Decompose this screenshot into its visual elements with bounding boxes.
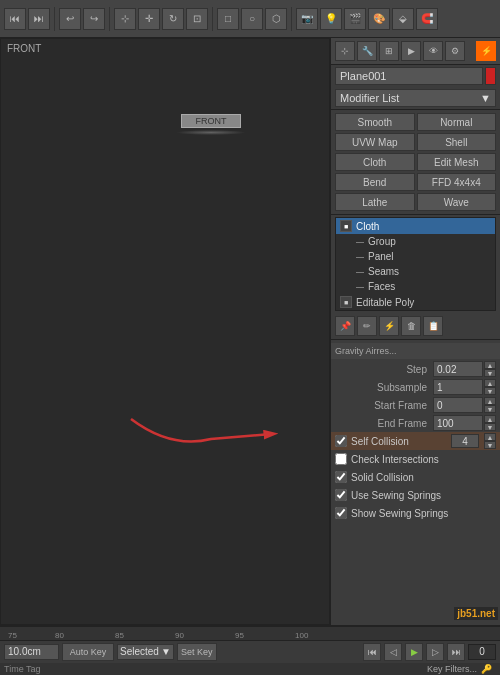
panel-icon-display2[interactable]: 👁 bbox=[423, 41, 443, 61]
set-key-button[interactable]: Set Key bbox=[177, 643, 217, 661]
auto-key-button[interactable]: Auto Key bbox=[62, 643, 114, 661]
toolbar-icon-box[interactable]: □ bbox=[217, 8, 239, 30]
prop-subsample-up[interactable]: ▲ bbox=[484, 379, 496, 387]
use-sewing-label: Use Sewing Springs bbox=[351, 490, 441, 501]
stack-bullet-seams: — bbox=[356, 267, 364, 276]
stack-item-editable-poly[interactable]: ■ Editable Poly bbox=[336, 294, 495, 310]
use-sewing-checkbox[interactable] bbox=[335, 489, 347, 501]
prop-startframe-input[interactable] bbox=[433, 397, 483, 413]
stack-icon-edit[interactable]: ✏ bbox=[357, 316, 377, 336]
top-toolbar: ⏮ ⏭ ↩ ↪ ⊹ ✛ ↻ ⊡ □ ○ ⬡ 📷 💡 🎬 🎨 ⬙ 🧲 bbox=[0, 0, 500, 38]
mod-btn-editmesh[interactable]: Edit Mesh bbox=[417, 153, 497, 171]
self-collision-checkbox[interactable] bbox=[335, 435, 347, 447]
ruler-tick-75: 75 bbox=[8, 631, 17, 640]
selected-chevron: ▼ bbox=[161, 646, 171, 657]
stack-item-panel[interactable]: — Panel bbox=[336, 249, 495, 264]
modifier-list-label: Modifier List bbox=[340, 92, 399, 104]
prop-endframe-down[interactable]: ▼ bbox=[484, 423, 496, 431]
timeline-ruler[interactable]: 75 80 85 90 95 100 bbox=[0, 627, 500, 641]
panel-icon-display[interactable]: ⊹ bbox=[335, 41, 355, 61]
show-sewing-checkbox[interactable] bbox=[335, 507, 347, 519]
toolbar-icon-select[interactable]: ⊹ bbox=[114, 8, 136, 30]
toolbar-icon-camera[interactable]: 📷 bbox=[296, 8, 318, 30]
mod-btn-ffd[interactable]: FFD 4x4x4 bbox=[417, 173, 497, 191]
toolbar-icon-render[interactable]: 🎬 bbox=[344, 8, 366, 30]
mod-btn-uvwmap[interactable]: UVW Map bbox=[335, 133, 415, 151]
stack-group-label: Group bbox=[368, 236, 396, 247]
toolbar-icon-move[interactable]: ✛ bbox=[138, 8, 160, 30]
object-name-row bbox=[331, 65, 500, 87]
time-field[interactable] bbox=[4, 644, 59, 660]
self-collision-spinner: ▲ ▼ bbox=[484, 433, 496, 449]
prop-step-input[interactable] bbox=[433, 361, 483, 377]
stack-item-group[interactable]: — Group bbox=[336, 234, 495, 249]
panel-icon-active[interactable]: ⚡ bbox=[476, 41, 496, 61]
check-intersections-label: Check Intersections bbox=[351, 454, 439, 465]
prop-startframe-spinner: ▲ ▼ bbox=[484, 397, 496, 413]
prop-endframe-input[interactable] bbox=[433, 415, 483, 431]
toolbar-icon-prev[interactable]: ⏮ bbox=[4, 8, 26, 30]
time-tag-label: Time Tag bbox=[4, 664, 41, 674]
self-collision-down[interactable]: ▼ bbox=[484, 441, 496, 449]
toolbar-icon-wire[interactable]: ⬙ bbox=[392, 8, 414, 30]
stack-item-seams[interactable]: — Seams bbox=[336, 264, 495, 279]
stack-icon-delete[interactable]: ⚡ bbox=[379, 316, 399, 336]
panel-icon-utilities[interactable]: ⚙ bbox=[445, 41, 465, 61]
toolbar-icon-sphere[interactable]: ○ bbox=[241, 8, 263, 30]
panel-icon-modify[interactable]: 🔧 bbox=[357, 41, 377, 61]
ruler-tick-90: 90 bbox=[175, 631, 184, 640]
stack-item-cloth[interactable]: ■ Cloth bbox=[336, 218, 495, 234]
mod-btn-lathe[interactable]: Lathe bbox=[335, 193, 415, 211]
toolbar-icon-cylinder[interactable]: ⬡ bbox=[265, 8, 287, 30]
toolbar-icon-redo[interactable]: ↪ bbox=[83, 8, 105, 30]
object-color-box[interactable] bbox=[485, 67, 496, 85]
prop-startframe-up[interactable]: ▲ bbox=[484, 397, 496, 405]
mod-btn-smooth[interactable]: Smooth bbox=[335, 113, 415, 131]
toolbar-icon-rotate[interactable]: ↻ bbox=[162, 8, 184, 30]
toolbar-icon-material[interactable]: 🎨 bbox=[368, 8, 390, 30]
panel-icon-motion[interactable]: ▶ bbox=[401, 41, 421, 61]
mod-btn-wave[interactable]: Wave bbox=[417, 193, 497, 211]
toolbar-sep-3 bbox=[212, 7, 213, 31]
prop-step-up[interactable]: ▲ bbox=[484, 361, 496, 369]
stack-cloth-label: Cloth bbox=[356, 221, 379, 232]
play-end-button[interactable]: ⏭ bbox=[447, 643, 465, 661]
stack-bullet-group: — bbox=[356, 237, 364, 246]
self-collision-value-input[interactable] bbox=[451, 434, 479, 448]
stack-icon-instance[interactable]: 📋 bbox=[423, 316, 443, 336]
self-collision-label: Self Collision bbox=[351, 436, 409, 447]
next-frame-button[interactable]: ▷ bbox=[426, 643, 444, 661]
solid-collision-checkbox[interactable] bbox=[335, 471, 347, 483]
object-name-input[interactable] bbox=[335, 67, 483, 85]
stack-icon-pin[interactable]: 📌 bbox=[335, 316, 355, 336]
play-button[interactable]: ▶ bbox=[405, 643, 423, 661]
prop-subsample-down[interactable]: ▼ bbox=[484, 387, 496, 395]
play-start-button[interactable]: ⏮ bbox=[363, 643, 381, 661]
stack-item-faces[interactable]: — Faces bbox=[336, 279, 495, 294]
self-collision-up[interactable]: ▲ bbox=[484, 433, 496, 441]
prev-frame-button[interactable]: ◁ bbox=[384, 643, 402, 661]
mod-btn-bend[interactable]: Bend bbox=[335, 173, 415, 191]
frame-number-input[interactable] bbox=[468, 644, 496, 660]
toolbar-icon-undo[interactable]: ↩ bbox=[59, 8, 81, 30]
mod-btn-normal[interactable]: Normal bbox=[417, 113, 497, 131]
mod-btn-cloth[interactable]: Cloth bbox=[335, 153, 415, 171]
panel-icon-hierarchy[interactable]: ⊞ bbox=[379, 41, 399, 61]
stack-icon-copy[interactable]: 🗑 bbox=[401, 316, 421, 336]
toolbar-icon-light[interactable]: 💡 bbox=[320, 8, 342, 30]
toolbar-icon-scale[interactable]: ⊡ bbox=[186, 8, 208, 30]
mod-btn-shell[interactable]: Shell bbox=[417, 133, 497, 151]
ruler-tick-85: 85 bbox=[115, 631, 124, 640]
prop-startframe-down[interactable]: ▼ bbox=[484, 405, 496, 413]
prop-step-down[interactable]: ▼ bbox=[484, 369, 496, 377]
toolbar-icon-next[interactable]: ⏭ bbox=[28, 8, 50, 30]
selected-dropdown[interactable]: Selected ▼ bbox=[117, 644, 174, 660]
prop-endframe-up[interactable]: ▲ bbox=[484, 415, 496, 423]
modifier-list-dropdown[interactable]: Modifier List ▼ bbox=[335, 89, 496, 107]
key-filters-button[interactable]: Key Filters... bbox=[427, 664, 477, 674]
selected-label: Selected bbox=[120, 646, 159, 657]
toolbar-icon-snap[interactable]: 🧲 bbox=[416, 8, 438, 30]
check-intersections-checkbox[interactable] bbox=[335, 453, 347, 465]
viewport[interactable]: FRONT FRONT bbox=[0, 38, 330, 625]
prop-subsample-input[interactable] bbox=[433, 379, 483, 395]
